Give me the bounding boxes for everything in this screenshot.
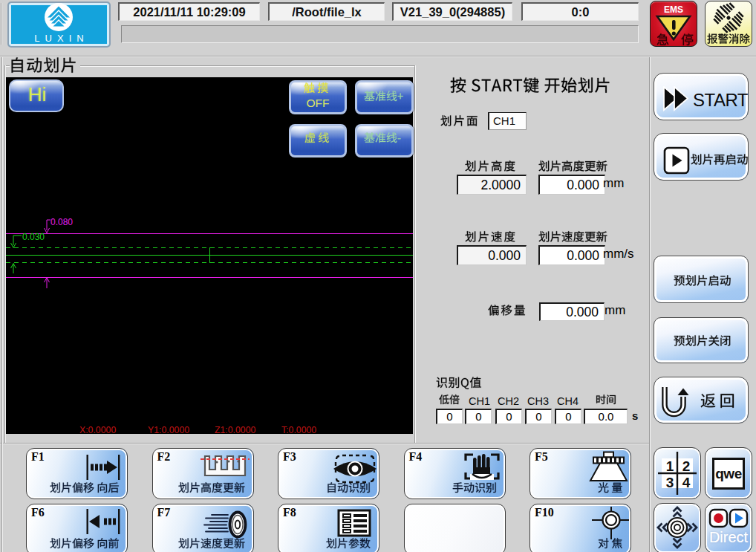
svg-text:2: 2 bbox=[682, 458, 691, 474]
svg-text:1: 1 bbox=[666, 458, 674, 474]
svg-text:3: 3 bbox=[666, 475, 674, 490]
svg-text:4: 4 bbox=[682, 475, 691, 490]
